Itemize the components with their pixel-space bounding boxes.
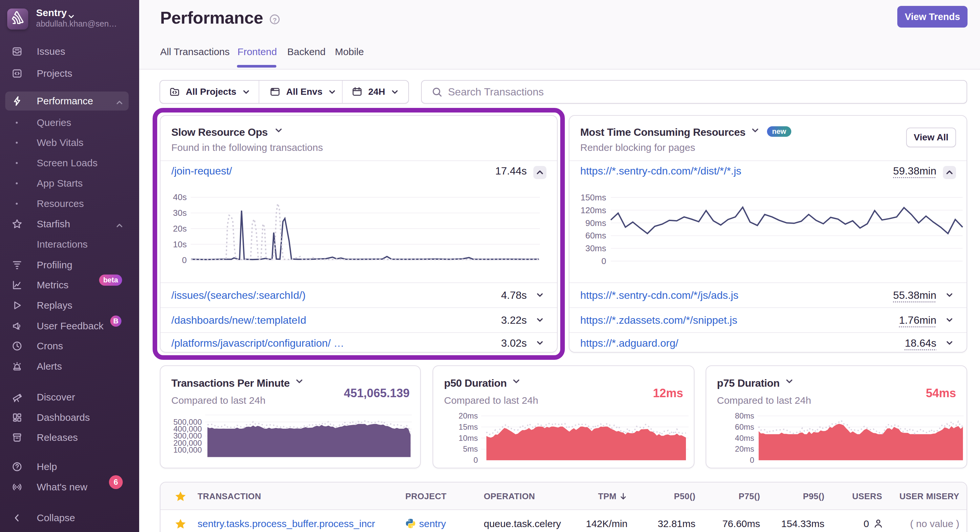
svg-text:40ms: 40ms [735,434,754,443]
svg-text:10ms: 10ms [458,434,478,443]
svg-text:0: 0 [601,256,606,266]
svg-text:120ms: 120ms [581,205,606,215]
svg-text:20ms: 20ms [458,411,478,420]
svg-text:15ms: 15ms [458,422,478,431]
svg-text:0: 0 [182,255,187,265]
svg-text:30ms: 30ms [585,243,606,253]
svg-text:80ms: 80ms [735,411,754,420]
svg-text:20ms: 20ms [735,445,754,453]
svg-text:10s: 10s [173,240,187,249]
svg-text:150ms: 150ms [581,192,606,202]
svg-text:30s: 30s [173,208,187,218]
svg-text:20s: 20s [173,224,187,233]
svg-text:0: 0 [474,456,478,464]
svg-text:90ms: 90ms [585,218,606,228]
svg-text:100,000: 100,000 [173,445,202,454]
svg-text:5ms: 5ms [463,445,478,453]
svg-text:0: 0 [749,456,754,464]
svg-text:40s: 40s [173,192,187,202]
svg-text:60ms: 60ms [585,230,606,240]
svg-text:60ms: 60ms [735,422,754,431]
